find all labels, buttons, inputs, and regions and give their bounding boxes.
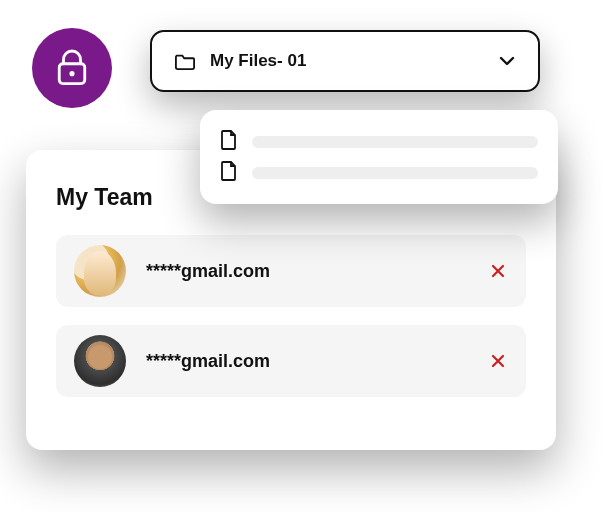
lock-badge — [32, 28, 112, 108]
remove-member-button[interactable] — [488, 351, 508, 371]
lock-icon — [55, 48, 89, 88]
member-email: *****gmail.com — [146, 351, 488, 372]
chevron-down-icon — [498, 54, 516, 68]
folder-dropdown[interactable]: My Files- 01 — [150, 30, 540, 92]
file-row[interactable] — [220, 129, 538, 155]
avatar — [74, 245, 126, 297]
file-icon — [220, 129, 238, 155]
folder-dropdown-label: My Files- 01 — [210, 51, 498, 71]
file-name-placeholder — [252, 167, 538, 179]
file-row[interactable] — [220, 160, 538, 186]
file-name-placeholder — [252, 136, 538, 148]
svg-point-1 — [69, 71, 74, 76]
file-list-panel — [200, 110, 558, 204]
avatar — [74, 335, 126, 387]
folder-icon — [174, 51, 196, 71]
team-member-row: *****gmail.com — [56, 235, 526, 307]
member-email: *****gmail.com — [146, 261, 488, 282]
team-member-row: *****gmail.com — [56, 325, 526, 397]
file-icon — [220, 160, 238, 186]
remove-member-button[interactable] — [488, 261, 508, 281]
close-icon — [490, 263, 506, 279]
close-icon — [490, 353, 506, 369]
